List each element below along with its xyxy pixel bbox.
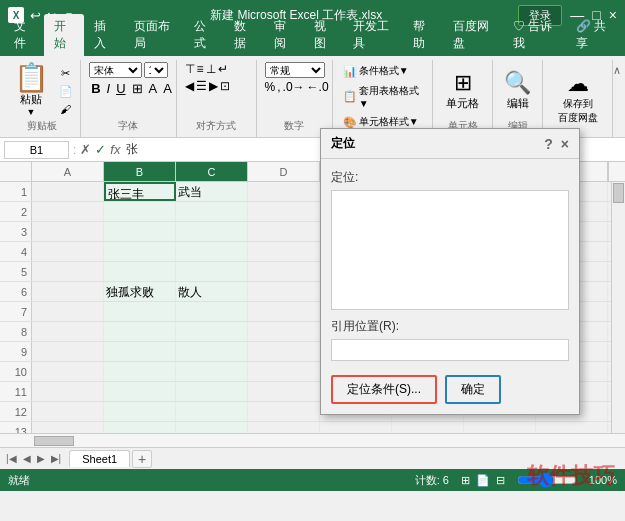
ribbon-collapse[interactable]: ∧ bbox=[613, 60, 621, 137]
bottom-scrollbar[interactable] bbox=[32, 434, 625, 447]
cell-a5[interactable] bbox=[32, 262, 104, 281]
conditional-format-button[interactable]: 📊 条件格式▼ bbox=[341, 62, 424, 80]
col-header-a[interactable]: A bbox=[32, 162, 104, 181]
cell-a1[interactable] bbox=[32, 182, 104, 201]
paste-button[interactable]: 📋 粘贴 ▼ bbox=[10, 62, 53, 119]
sheet-tabs: |◀ ◀ ▶ ▶| Sheet1 + bbox=[0, 447, 625, 469]
edit-button[interactable]: 🔍 编辑 bbox=[502, 68, 533, 113]
goto-special-button[interactable]: 定位条件(S)... bbox=[331, 375, 437, 404]
italic-button[interactable]: I bbox=[105, 81, 113, 96]
align-left-button[interactable]: ◀ bbox=[185, 79, 194, 93]
cell-d4[interactable] bbox=[248, 242, 320, 261]
cell-d5[interactable] bbox=[248, 262, 320, 281]
align-center-button[interactable]: ☰ bbox=[196, 79, 207, 93]
cell-a3[interactable] bbox=[32, 222, 104, 241]
tab-dev[interactable]: 开发工具 bbox=[343, 14, 403, 56]
zoom-slider[interactable] bbox=[517, 475, 577, 485]
name-box[interactable] bbox=[4, 141, 69, 159]
font-size-select[interactable]: 11 bbox=[144, 62, 168, 78]
scroll-thumb[interactable] bbox=[613, 183, 624, 203]
align-middle-button[interactable]: ≡ bbox=[197, 62, 204, 76]
confirm-edit-icon[interactable]: ✓ bbox=[95, 142, 106, 157]
cell-b3[interactable] bbox=[104, 222, 176, 241]
cell-d1[interactable] bbox=[248, 182, 320, 201]
fill-color-button[interactable]: A bbox=[147, 81, 160, 96]
cell-b4[interactable] bbox=[104, 242, 176, 261]
normal-view-icon[interactable]: ⊞ bbox=[461, 474, 470, 487]
cell-a4[interactable] bbox=[32, 242, 104, 261]
add-sheet-button[interactable]: + bbox=[132, 450, 152, 468]
font-family-select[interactable]: 宋体 bbox=[89, 62, 141, 78]
sheet-nav-last[interactable]: ▶| bbox=[49, 453, 64, 464]
tab-file[interactable]: 文件 bbox=[4, 14, 44, 56]
page-break-icon[interactable]: ⊟ bbox=[496, 474, 505, 487]
cell-c6[interactable]: 散人 bbox=[176, 282, 248, 301]
cell-b1[interactable]: 张三丰 bbox=[104, 182, 176, 201]
cells-button[interactable]: ⊞ 单元格 bbox=[444, 68, 481, 113]
tab-formula[interactable]: 公式 bbox=[184, 14, 224, 56]
tab-pagelayout[interactable]: 页面布局 bbox=[124, 14, 184, 56]
align-right-button[interactable]: ▶ bbox=[209, 79, 218, 93]
dialog-ref-input[interactable] bbox=[331, 339, 569, 361]
cell-c5[interactable] bbox=[176, 262, 248, 281]
cell-a2[interactable] bbox=[32, 202, 104, 221]
cell-c1[interactable]: 武当 bbox=[176, 182, 248, 201]
cell-d2[interactable] bbox=[248, 202, 320, 221]
align-top-button[interactable]: ⊤ bbox=[185, 62, 195, 76]
sheet-tab-sheet1[interactable]: Sheet1 bbox=[69, 450, 130, 467]
col-header-c[interactable]: C bbox=[176, 162, 248, 181]
table-format-button[interactable]: 📋 套用表格格式▼ bbox=[341, 82, 424, 111]
col-header-d[interactable]: D bbox=[248, 162, 320, 181]
increase-decimal-button[interactable]: .0→ bbox=[283, 80, 305, 94]
font-color-button[interactable]: A bbox=[161, 81, 174, 96]
border-button[interactable]: ⊞ bbox=[130, 81, 145, 96]
bold-button[interactable]: B bbox=[89, 81, 102, 96]
decrease-decimal-button[interactable]: ←.0 bbox=[307, 80, 329, 94]
cancel-edit-icon[interactable]: ✗ bbox=[80, 142, 91, 157]
dialog-close-button[interactable]: × bbox=[561, 136, 569, 152]
cell-b5[interactable] bbox=[104, 262, 176, 281]
cell-d6[interactable] bbox=[248, 282, 320, 301]
align-bottom-button[interactable]: ⊥ bbox=[206, 62, 216, 76]
copy-button[interactable]: 📄 bbox=[57, 83, 75, 100]
cell-c2[interactable] bbox=[176, 202, 248, 221]
cell-b2[interactable] bbox=[104, 202, 176, 221]
merge-cells-button[interactable]: ⊡ bbox=[220, 79, 230, 93]
tab-help[interactable]: 帮助 bbox=[403, 14, 443, 56]
paste-dropdown[interactable]: ▼ bbox=[27, 107, 36, 117]
tab-tellme[interactable]: ♡ 告诉我 bbox=[503, 14, 566, 56]
cell-b6[interactable]: 独孤求败 bbox=[104, 282, 176, 301]
font-controls: 宋体 11 B I U ⊞ A A bbox=[89, 62, 167, 119]
col-header-b[interactable]: B bbox=[104, 162, 176, 181]
cell-d3[interactable] bbox=[248, 222, 320, 241]
dialog-listbox[interactable] bbox=[331, 190, 569, 310]
percent-button[interactable]: % bbox=[265, 80, 276, 94]
sheet-nav-first[interactable]: |◀ bbox=[4, 453, 19, 464]
format-painter-button[interactable]: 🖌 bbox=[57, 101, 75, 117]
page-layout-icon[interactable]: 📄 bbox=[476, 474, 490, 487]
cut-button[interactable]: ✂ bbox=[57, 65, 75, 82]
sheet-nav-next[interactable]: ▶ bbox=[35, 453, 47, 464]
tab-data[interactable]: 数据 bbox=[224, 14, 264, 56]
number-format-select[interactable]: 常规 bbox=[265, 62, 325, 78]
edit-label: 编辑 bbox=[507, 96, 529, 111]
tab-home[interactable]: 开始 bbox=[44, 14, 84, 56]
tab-share[interactable]: 🔗 共享 bbox=[566, 14, 621, 56]
right-scrollbar[interactable] bbox=[611, 182, 625, 433]
tab-baidu[interactable]: 百度网盘 bbox=[443, 14, 503, 56]
underline-button[interactable]: U bbox=[114, 81, 127, 96]
wrap-text-button[interactable]: ↵ bbox=[218, 62, 228, 76]
dialog-help-button[interactable]: ? bbox=[544, 136, 553, 152]
tab-review[interactable]: 审阅 bbox=[264, 14, 304, 56]
h-scroll-thumb[interactable] bbox=[34, 436, 74, 446]
sheet-nav-prev[interactable]: ◀ bbox=[21, 453, 33, 464]
goto-ok-button[interactable]: 确定 bbox=[445, 375, 501, 404]
collapse-icon[interactable]: ∧ bbox=[613, 64, 621, 77]
cell-a6[interactable] bbox=[32, 282, 104, 301]
tab-insert[interactable]: 插入 bbox=[84, 14, 124, 56]
comma-button[interactable]: , bbox=[277, 80, 280, 94]
baidu-save-button[interactable]: ☁ 保存到百度网盘 bbox=[556, 69, 600, 127]
cell-c3[interactable] bbox=[176, 222, 248, 241]
cell-c4[interactable] bbox=[176, 242, 248, 261]
tab-view[interactable]: 视图 bbox=[304, 14, 344, 56]
